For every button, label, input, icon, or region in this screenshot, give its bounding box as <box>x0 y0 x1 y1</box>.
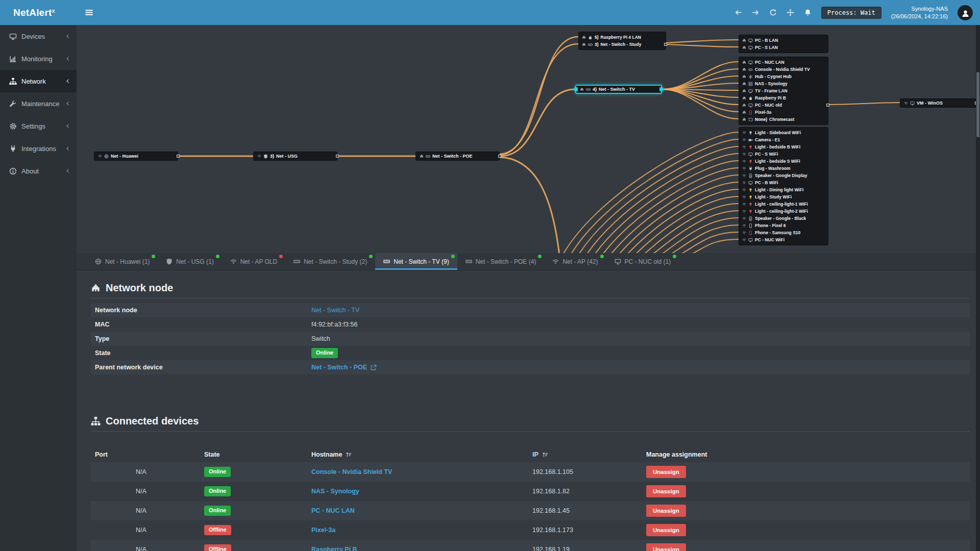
eth-icon <box>582 42 586 46</box>
unassign-button[interactable]: Unassign <box>646 485 686 497</box>
node-label: Plug - Washroom <box>755 166 791 171</box>
nav-back-button[interactable] <box>734 9 742 16</box>
tab-pc-nuc-old-1[interactable]: PC - NUC old (1) <box>606 253 679 270</box>
sidebar-item-monitoring[interactable]: Monitoring <box>0 47 77 70</box>
diagram-node-net-usg[interactable]: 3)Net - USG <box>253 152 337 161</box>
unassign-button[interactable]: Unassign <box>646 466 686 478</box>
sidebar-item-settings[interactable]: Settings <box>0 115 77 137</box>
connected-devices-title: Connected devices <box>106 415 199 427</box>
wifi-icon <box>742 181 746 185</box>
network-node-link[interactable]: Net - Switch - TV <box>311 307 359 314</box>
sidebar-item-integrations[interactable]: Integrations <box>0 137 77 160</box>
device-row-hub-cygnet-hub[interactable]: Hub - Cygnet Hub <box>742 73 825 80</box>
unassign-button[interactable]: Unassign <box>646 543 686 551</box>
state-badge: Offline <box>204 525 231 535</box>
plug-icon <box>9 145 17 153</box>
refresh-button[interactable] <box>769 9 777 16</box>
device-row-speaker-google-display[interactable]: Speaker - Google Display <box>742 172 825 179</box>
device-row-light-sideboard-wifi[interactable]: Light - Sideboard WiFi <box>742 129 825 136</box>
scrollbar-thumb[interactable] <box>976 72 979 137</box>
device-row-pixel-3a[interactable]: Pixel-3a <box>742 109 825 116</box>
device-row-light-study-wifi[interactable]: Light - Study WiFi <box>742 193 825 201</box>
diagram-node-net-switch-poe[interactable]: Net - Switch - POE <box>415 152 500 161</box>
device-row-raspberry-pi-b[interactable]: Raspberry Pi B <box>742 94 825 102</box>
hostname-link[interactable]: Raspberry Pi B <box>311 546 357 551</box>
pan-move-button[interactable] <box>787 9 794 16</box>
tab-net-switch-poe-4[interactable]: Net - Switch - POE (4) <box>457 253 545 270</box>
diagram-node-vm-winos[interactable]: VM - WinOS <box>900 98 976 108</box>
app-logo[interactable]: NetAlertx <box>0 0 77 25</box>
gear-icon <box>9 122 17 130</box>
sidebar-item-devices[interactable]: Devices <box>0 25 77 47</box>
nav-forward-button[interactable] <box>752 9 760 16</box>
device-row-pc-s-lan[interactable]: PC - S LAN <box>742 44 825 51</box>
device-row-pc-s-wifi[interactable]: PC - S WiFi <box>742 151 825 158</box>
device-row-pc-nuc-wifi[interactable]: PC - NUC WiFi <box>742 236 825 243</box>
notifications-button[interactable] <box>804 9 812 16</box>
wifi-icon <box>742 195 746 199</box>
device-row-light-dining-light-wifi[interactable]: Light - Dining light WiFi <box>742 186 825 193</box>
parent-node-link[interactable]: Net - Switch - POE <box>311 364 367 371</box>
wifi-icon <box>742 223 746 228</box>
column-header-ip[interactable]: IP <box>532 451 642 458</box>
device-row-tv-frame-lan[interactable]: TV - Frame LAN <box>742 87 825 94</box>
diagram-node-net-huawei[interactable]: Net - Huawei <box>94 152 178 161</box>
diagram-node-net-switch-tv[interactable]: 4)Net - Switch - TV <box>575 85 662 94</box>
device-row-nas-synology[interactable]: NAS - Synology <box>742 80 825 87</box>
gamepad-icon <box>748 67 753 72</box>
sidebar-item-network[interactable]: Network <box>0 70 77 92</box>
wifi-icon <box>742 202 746 206</box>
user-avatar[interactable] <box>958 5 973 20</box>
device-row-pc-nuc-old[interactable]: PC - NUC old <box>742 102 825 109</box>
detail-label: MAC <box>91 321 311 328</box>
unassign-button[interactable]: Unassign <box>646 524 686 536</box>
server-icon <box>748 82 753 86</box>
column-header-hostname[interactable]: Hostname <box>311 451 532 458</box>
device-row-raspberry-pi-4-lan[interactable]: 5)Raspberry Pi 4 LAN <box>582 34 663 41</box>
device-row-speaker-google-black[interactable]: Speaker - Google - Black <box>742 215 825 222</box>
eth-icon <box>742 74 746 79</box>
device-row-pc-b-lan[interactable]: PC - B LAN <box>742 37 825 44</box>
port-prefix: None) <box>755 117 767 122</box>
topbar: NetAlertx Process: Wait Synology-NAS (26… <box>0 0 980 25</box>
detail-row-parent-network-device: Parent network deviceNet - Switch - POE <box>91 360 970 374</box>
device-row-camera-e1[interactable]: Camera - E1 <box>742 136 825 143</box>
device-row-phone-samsung-s10[interactable]: Phone - Samsung S10 <box>742 229 825 236</box>
device-row-console-nvidia-shield-tv[interactable]: Console - Nvidia Shield TV <box>742 66 825 73</box>
state-cell: Online <box>204 486 311 496</box>
ip-cell: 192.168.1.19 <box>532 546 642 551</box>
tab-net-ap-old[interactable]: Net - AP OLD <box>222 253 285 270</box>
hostname-link[interactable]: Console - Nvidia Shield TV <box>311 468 392 475</box>
tab-net-huawei-1[interactable]: Net - Huawei (1) <box>87 253 158 270</box>
tab-net-switch-tv-9[interactable]: Net - Switch - TV (9) <box>375 253 457 270</box>
device-row-pc-b-wifi[interactable]: PC - B WiFi <box>742 179 825 186</box>
device-row-light-ceiling-light-2-wifi[interactable]: Light - ceiling-light-2 WiFi <box>742 208 825 215</box>
external-icon[interactable] <box>370 364 377 371</box>
device-row-net-switch-study[interactable]: 3)Net - Switch - Study <box>582 41 663 48</box>
scrollbar[interactable] <box>976 25 980 551</box>
node-label: Light - bedside S WiFi <box>755 159 800 164</box>
hostname-link[interactable]: NAS - Synology <box>311 488 359 495</box>
device-row-plug-washroom[interactable]: Plug - Washroom <box>742 165 825 172</box>
arrow-left-icon <box>734 9 742 16</box>
device-row-light-bedside-s-wifi[interactable]: Light - bedside S WiFi <box>742 158 825 165</box>
device-row-phone-pixel-6[interactable]: Phone - Pixel 6 <box>742 222 825 229</box>
unassign-button[interactable]: Unassign <box>646 505 686 517</box>
tab-net-ap-42[interactable]: Net - AP (42) <box>544 253 606 270</box>
sidebar-item-about[interactable]: About <box>0 160 77 182</box>
device-row-pc-nuc-lan[interactable]: PC - NUC LAN <box>742 59 825 66</box>
status-dot-online <box>152 255 155 258</box>
hostname-link[interactable]: Pixel-3a <box>311 527 335 534</box>
wifi-icon <box>742 216 746 220</box>
sort-icon <box>346 452 352 458</box>
device-row-chromecast[interactable]: None)Chromecast <box>742 116 825 123</box>
device-row-light-bedside-b-wifi[interactable]: Light - bedside B WiFi <box>742 143 825 151</box>
device-row-light-ceiling-light-1-wifi[interactable]: Light - ceiling-light-1 WiFi <box>742 201 825 208</box>
tab-net-usg-1[interactable]: Net - USG (1) <box>158 253 222 270</box>
hamburger-menu-button[interactable] <box>85 8 93 17</box>
manage-cell: Unassign <box>642 485 970 497</box>
sidebar-item-maintenance[interactable]: Maintenance <box>0 92 77 115</box>
tab-net-switch-study-2[interactable]: Net - Switch - Study (2) <box>285 253 375 270</box>
hostname-cell: PC - NUC LAN <box>311 507 532 514</box>
hostname-link[interactable]: PC - NUC LAN <box>311 507 355 514</box>
